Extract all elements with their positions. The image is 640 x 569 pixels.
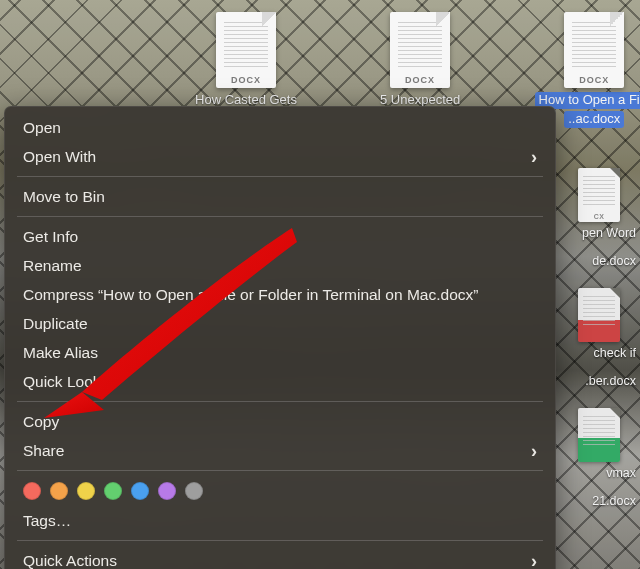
docx-icon: DOCX — [390, 12, 450, 88]
doc-icon[interactable] — [578, 408, 620, 462]
menu-separator — [17, 216, 543, 217]
menu-copy[interactable]: Copy — [5, 407, 555, 436]
menu-separator — [17, 176, 543, 177]
tag-color-orange[interactable] — [50, 482, 68, 500]
tag-color-blue[interactable] — [131, 482, 149, 500]
doc-icon[interactable] — [578, 288, 620, 342]
file-label: pen Word — [582, 226, 640, 240]
desktop-edge-icons: CX pen Word de.docx check if .ber.docx v… — [558, 168, 640, 508]
menu-label: Move to Bin — [23, 188, 105, 206]
tag-color-green[interactable] — [104, 482, 122, 500]
context-menu: Open Open With › Move to Bin Get Info Re… — [4, 106, 556, 569]
menu-duplicate[interactable]: Duplicate — [5, 309, 555, 338]
menu-tags[interactable]: Tags… — [5, 506, 555, 535]
menu-separator — [17, 401, 543, 402]
docx-icon: DOCX — [564, 12, 624, 88]
tag-color-yellow[interactable] — [77, 482, 95, 500]
menu-separator — [17, 470, 543, 471]
file-ext-label: DOCX — [216, 75, 276, 85]
menu-label: Open With — [23, 148, 96, 166]
file-label: check if — [594, 346, 640, 360]
menu-share[interactable]: Share › — [5, 436, 555, 465]
menu-label: Share — [23, 442, 64, 460]
menu-compress[interactable]: Compress “How to Open a File or Folder i… — [5, 280, 555, 309]
tag-color-gray[interactable] — [185, 482, 203, 500]
file-label: .ber.docx — [585, 374, 640, 388]
docx-icon[interactable]: CX — [578, 168, 620, 222]
menu-label: Open — [23, 119, 61, 137]
menu-tag-colors — [5, 476, 555, 506]
menu-label: Copy — [23, 413, 59, 431]
desktop-file-selected[interactable]: DOCX How to Open a File ..ac.docx — [548, 12, 640, 128]
file-label: ..ac.docx — [564, 111, 624, 128]
menu-rename[interactable]: Rename — [5, 251, 555, 280]
menu-label: Quick Look — [23, 373, 101, 391]
tag-color-red[interactable] — [23, 482, 41, 500]
file-label: vmax — [606, 466, 640, 480]
menu-label: Get Info — [23, 228, 78, 246]
menu-move-to-bin[interactable]: Move to Bin — [5, 182, 555, 211]
menu-open[interactable]: Open — [5, 113, 555, 142]
menu-label: Quick Actions — [23, 552, 117, 570]
file-label: 21.docx — [592, 494, 640, 508]
menu-label: Tags… — [23, 512, 71, 530]
menu-make-alias[interactable]: Make Alias — [5, 338, 555, 367]
menu-quick-look[interactable]: Quick Look — [5, 367, 555, 396]
menu-quick-actions[interactable]: Quick Actions › — [5, 546, 555, 569]
menu-label: Duplicate — [23, 315, 88, 333]
file-label: de.docx — [592, 254, 640, 268]
tag-color-purple[interactable] — [158, 482, 176, 500]
docx-icon: DOCX — [216, 12, 276, 88]
menu-label: Compress “How to Open a File or Folder i… — [23, 286, 478, 304]
menu-open-with[interactable]: Open With › — [5, 142, 555, 171]
menu-label: Rename — [23, 257, 82, 275]
menu-label: Make Alias — [23, 344, 98, 362]
file-ext-label: DOCX — [564, 75, 624, 85]
menu-separator — [17, 540, 543, 541]
file-ext-label: DOCX — [390, 75, 450, 85]
menu-get-info[interactable]: Get Info — [5, 222, 555, 251]
